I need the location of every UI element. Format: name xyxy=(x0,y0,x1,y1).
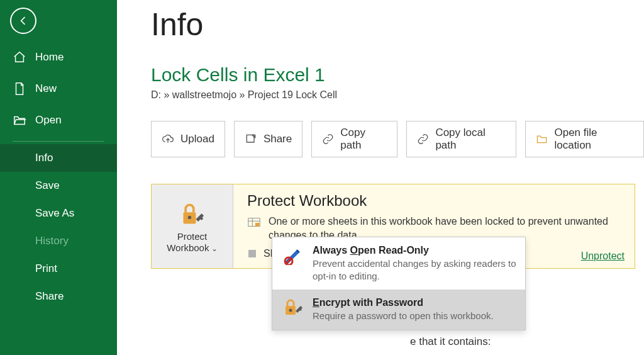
sidebar-item-open[interactable]: Open xyxy=(0,104,117,136)
lock-key-icon xyxy=(282,297,304,322)
open-folder-icon xyxy=(13,113,26,127)
sidebar-separator xyxy=(13,141,104,142)
sidebar-item-print[interactable]: Print xyxy=(0,255,117,283)
share-icon xyxy=(245,133,257,145)
svg-rect-3 xyxy=(255,223,259,227)
sidebar-item-history: History xyxy=(0,227,117,255)
menu-item-encrypt-password[interactable]: Encrypt with Password Require a password… xyxy=(272,290,525,330)
sidebar-item-label: Save As xyxy=(35,207,74,219)
link-icon xyxy=(322,133,334,145)
unprotect-link[interactable]: Unprotect xyxy=(581,251,625,262)
cloud-upload-icon xyxy=(162,133,174,145)
info-toolbar: Upload Share Copy path Copy local path O… xyxy=(151,121,644,157)
menu-item-title: Encrypt with Password xyxy=(313,297,494,308)
menu-item-desc: Prevent accidental changes by asking rea… xyxy=(313,257,516,282)
link-icon xyxy=(417,133,429,145)
main-panel: Info Lock Cells in Excel 1 D: » wallstre… xyxy=(117,0,644,355)
sidebar-item-label: New xyxy=(35,82,57,95)
button-label: Upload xyxy=(180,133,214,145)
button-label: Open file location xyxy=(554,127,633,152)
protect-button-label: Protect Workbook xyxy=(155,231,229,254)
inspect-workbook-text: e that it contains: path, author's name … xyxy=(410,332,644,355)
sidebar-item-home[interactable]: Home xyxy=(0,42,117,73)
sidebar-item-save-as[interactable]: Save As xyxy=(0,200,117,227)
worksheet-lock-icon xyxy=(247,216,261,230)
sidebar-item-new[interactable]: New xyxy=(0,73,117,104)
backstage-sidebar: Home New Open Info Save Save As History … xyxy=(0,0,117,355)
button-label: Share xyxy=(264,133,292,145)
under-line: path, author's name and absolute path xyxy=(410,352,644,355)
page-title: Info xyxy=(151,6,644,43)
sidebar-item-label: Save xyxy=(35,179,60,191)
sidebar-item-info[interactable]: Info xyxy=(0,144,117,172)
copy-path-button[interactable]: Copy path xyxy=(311,121,397,157)
pencil-prohibit-icon xyxy=(282,245,304,282)
sidebar-item-label: Info xyxy=(35,152,53,164)
under-line: e that it contains: xyxy=(410,332,644,352)
protect-workbook-button[interactable]: Protect Workbook xyxy=(152,184,233,268)
folder-icon xyxy=(536,133,548,145)
arrow-left-icon xyxy=(17,14,30,27)
button-label: Copy path xyxy=(340,127,387,152)
menu-item-open-read-only[interactable]: Always Open Read-Only Prevent accidental… xyxy=(272,237,525,290)
sidebar-item-label: Home xyxy=(35,51,64,64)
copy-local-path-button[interactable]: Copy local path xyxy=(406,121,516,157)
sidebar-item-label: Open xyxy=(35,114,62,127)
breadcrumb: D: » wallstreetmojo » Project 19 Lock Ce… xyxy=(151,89,644,101)
open-location-button[interactable]: Open file location xyxy=(525,121,644,157)
sidebar-item-share[interactable]: Share xyxy=(0,283,117,310)
sidebar-item-label: Share xyxy=(35,290,64,302)
bullet-icon xyxy=(248,250,256,257)
share-button[interactable]: Share xyxy=(234,121,303,157)
svg-point-1 xyxy=(187,215,191,218)
button-label: Copy local path xyxy=(435,127,506,152)
sidebar-item-label: History xyxy=(35,235,69,247)
lock-key-icon xyxy=(179,202,206,227)
menu-item-title: Always Open Read-Only xyxy=(313,245,516,256)
protect-heading: Protect Workbook xyxy=(247,192,623,210)
sidebar-item-save[interactable]: Save xyxy=(0,172,117,200)
upload-button[interactable]: Upload xyxy=(151,121,225,157)
document-title: Lock Cells in Excel 1 xyxy=(151,64,644,86)
sidebar-item-label: Print xyxy=(35,262,57,274)
home-icon xyxy=(13,50,26,64)
menu-item-desc: Require a password to open this workbook… xyxy=(313,310,494,322)
protect-workbook-menu: Always Open Read-Only Prevent accidental… xyxy=(272,237,526,330)
svg-point-6 xyxy=(289,309,292,312)
back-button[interactable] xyxy=(10,8,36,34)
new-file-icon xyxy=(13,82,26,96)
